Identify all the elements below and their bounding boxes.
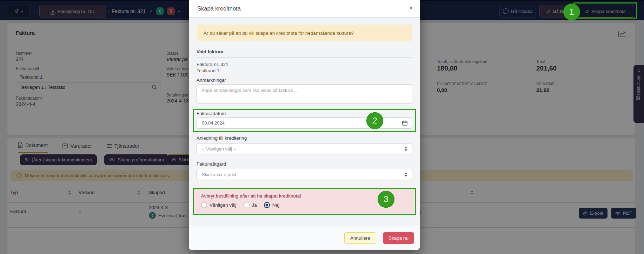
modal-title: Skapa kreditnota <box>197 5 241 12</box>
updown-arrows-icon <box>404 172 407 177</box>
annotation-step-3: 3 <box>378 191 394 208</box>
radio-option-nej[interactable]: Nej <box>264 202 279 208</box>
credit-reason-select[interactable]: -- Vänligen välj -- <box>197 143 412 154</box>
selected-invoice-customer: Testkund 1 <box>197 68 219 73</box>
modal-header: Skapa kreditnota × <box>189 0 420 18</box>
cancel-order-radio-group: Vänligen välj Ja Nej <box>201 202 279 208</box>
create-now-button[interactable]: Skapa nu <box>383 232 414 244</box>
remarks-label: Anmärkningar <box>197 78 226 83</box>
credit-reason-label: Anledning till kreditering <box>197 135 247 141</box>
annotation-step-1: 1 <box>563 4 580 20</box>
selected-invoice-number: Faktura nr. 321 <box>197 62 228 67</box>
selected-invoice-heading: Vald faktura <box>197 49 224 54</box>
remarks-textarea[interactable] <box>197 84 412 103</box>
invoice-action-label: Fakturaåtgärd <box>197 161 226 167</box>
confirmation-warning: Är du säker på att du vill skapa en kred… <box>197 25 412 41</box>
cancel-button[interactable]: Annullera <box>344 232 376 244</box>
close-icon[interactable]: × <box>409 5 413 11</box>
invoice-date-label: Fakturadatum <box>197 111 226 116</box>
radio-unchecked-icon[interactable] <box>201 202 207 208</box>
modal-footer: Annullera Skapa nu <box>189 226 420 250</box>
updown-arrows-icon <box>404 147 407 151</box>
radio-option-valj[interactable]: Vänligen välj <box>201 202 237 208</box>
radio-option-ja[interactable]: Ja <box>244 202 257 208</box>
radio-unchecked-icon[interactable] <box>244 202 250 208</box>
create-credit-note-modal: Skapa kreditnota × Är du säker på att du… <box>189 0 420 250</box>
annotation-step-2: 2 <box>366 112 383 129</box>
cancel-order-label: Avbryt beställning efter att ha skapat k… <box>201 193 301 199</box>
invoice-action-select[interactable]: Skicka via e-post <box>197 169 412 180</box>
calendar-icon[interactable] <box>402 120 407 126</box>
app-window: ↺▾ › $ Försäljning nr. 151 › Faktura nr.… <box>0 0 644 254</box>
radio-checked-icon[interactable] <box>264 202 270 208</box>
